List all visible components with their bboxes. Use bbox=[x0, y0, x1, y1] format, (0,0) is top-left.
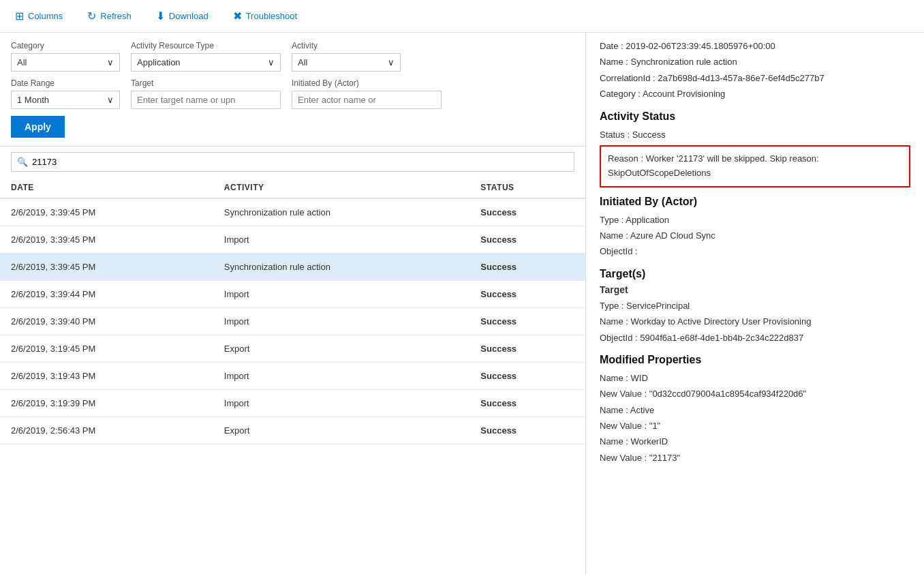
initiated-by-group: Initiated By (Actor) bbox=[292, 78, 442, 109]
activity-table: DATE ACTIVITY STATUS 2/6/2019, 3:39:45 P… bbox=[0, 177, 585, 444]
cell-status: Success bbox=[469, 254, 585, 281]
date-range-value: 1 Month bbox=[17, 95, 49, 105]
activity-select[interactable]: All ∨ bbox=[292, 53, 401, 72]
target-type-value: ServicePrincipal bbox=[626, 301, 690, 311]
table-row[interactable]: 2/6/2019, 3:19:45 PMExportSuccess bbox=[0, 335, 585, 363]
table-row[interactable]: 2/6/2019, 3:39:40 PMImportSuccess bbox=[0, 308, 585, 335]
initiated-by-input[interactable] bbox=[292, 91, 442, 109]
apply-button[interactable]: Apply bbox=[11, 116, 65, 138]
download-label: Download bbox=[169, 11, 209, 21]
troubleshoot-label: Troubleshoot bbox=[246, 11, 297, 21]
detail-correlation-value: 2a7b698d-4d13-457a-86e7-6ef4d5c277b7 bbox=[658, 73, 824, 83]
table-row[interactable]: 2/6/2019, 2:56:43 PMExportSuccess bbox=[0, 417, 585, 444]
columns-button[interactable]: ⊞ Columns bbox=[11, 7, 67, 25]
target-label: Target bbox=[131, 78, 281, 88]
target-type-label: Type : bbox=[600, 301, 623, 311]
reason-label: Reason : bbox=[608, 153, 643, 164]
activity-status-meta: Status : Success bbox=[600, 127, 910, 142]
main-layout: Category All ∨ Activity Resource Type Ap… bbox=[0, 33, 924, 574]
prop3-name-label: Name : bbox=[600, 436, 628, 447]
prop1-newval-label: New Value : bbox=[600, 389, 647, 399]
table-row[interactable]: 2/6/2019, 3:19:43 PMImportSuccess bbox=[0, 363, 585, 390]
prop3-name-value: WorkerID bbox=[631, 436, 668, 447]
filter-row-2: Date Range 1 Month ∨ Target Initiated By… bbox=[11, 78, 574, 109]
table-row[interactable]: 2/6/2019, 3:39:45 PMSynchronization rule… bbox=[0, 254, 585, 281]
activity-label: Activity bbox=[292, 41, 401, 50]
target-name-value: Workday to Active Directory User Provisi… bbox=[631, 316, 812, 327]
prop1-newval-value: "0d32ccd079004a1c8954caf934f220d6" bbox=[649, 389, 806, 399]
initiated-by-heading: Initiated By (Actor) bbox=[600, 196, 910, 208]
target-input[interactable] bbox=[131, 91, 281, 109]
target-meta: Type : ServicePrincipal Name : Workday t… bbox=[600, 298, 910, 346]
prop2-name-value: Active bbox=[630, 405, 654, 415]
cell-activity: Import bbox=[213, 363, 469, 390]
detail-category-label: Category : bbox=[600, 89, 641, 99]
cell-date: 2/6/2019, 3:39:45 PM bbox=[0, 254, 213, 281]
cell-status: Success bbox=[469, 390, 585, 417]
right-panel: Date : 2019-02-06T23:39:45.1805976+00:00… bbox=[586, 33, 924, 574]
search-input[interactable] bbox=[32, 157, 568, 167]
refresh-button[interactable]: ↻ Refresh bbox=[83, 7, 136, 25]
search-icon: 🔍 bbox=[17, 157, 28, 167]
activity-resource-type-group: Activity Resource Type Application ∨ bbox=[131, 41, 281, 72]
cell-activity: Synchronization rule action bbox=[213, 254, 469, 281]
troubleshoot-button[interactable]: ✖ Troubleshoot bbox=[229, 7, 301, 25]
date-range-select[interactable]: 1 Month ∨ bbox=[11, 91, 120, 109]
cell-activity: Import bbox=[213, 308, 469, 335]
activity-chevron-icon: ∨ bbox=[388, 57, 395, 67]
targets-heading: Target(s) bbox=[600, 268, 910, 280]
cell-status: Success bbox=[469, 417, 585, 444]
target-group: Target bbox=[131, 78, 281, 109]
target-objectid-label: ObjectId : bbox=[600, 333, 638, 343]
cell-status: Success bbox=[469, 363, 585, 390]
table-row[interactable]: 2/6/2019, 3:19:39 PMImportSuccess bbox=[0, 390, 585, 417]
activity-status-heading: Activity Status bbox=[600, 110, 910, 123]
columns-label: Columns bbox=[28, 11, 63, 21]
table-row[interactable]: 2/6/2019, 3:39:44 PMImportSuccess bbox=[0, 281, 585, 308]
filters-area: Category All ∨ Activity Resource Type Ap… bbox=[0, 33, 585, 147]
cell-status: Success bbox=[469, 198, 585, 226]
activity-resource-type-label: Activity Resource Type bbox=[131, 41, 281, 50]
date-range-label: Date Range bbox=[11, 78, 120, 88]
category-label: Category bbox=[11, 41, 120, 50]
table-row[interactable]: 2/6/2019, 3:39:45 PMImportSuccess bbox=[0, 226, 585, 254]
activity-value: All bbox=[298, 57, 307, 67]
actor-objectid-label: ObjectId : bbox=[600, 246, 638, 256]
detail-correlation-label: CorrelationId : bbox=[600, 73, 656, 83]
cell-date: 2/6/2019, 3:39:44 PM bbox=[0, 281, 213, 308]
col-activity: ACTIVITY bbox=[213, 177, 469, 198]
table-row[interactable]: 2/6/2019, 3:39:45 PMSynchronization rule… bbox=[0, 198, 585, 226]
cell-date: 2/6/2019, 3:19:39 PM bbox=[0, 390, 213, 417]
activity-resource-type-chevron-icon: ∨ bbox=[268, 57, 275, 67]
category-select[interactable]: All ∨ bbox=[11, 53, 120, 72]
category-value: All bbox=[17, 57, 27, 67]
prop2-newval-label: New Value : bbox=[600, 421, 647, 431]
filter-row-1: Category All ∨ Activity Resource Type Ap… bbox=[11, 41, 574, 72]
detail-meta: Date : 2019-02-06T23:39:45.1805976+00:00… bbox=[600, 38, 910, 102]
actor-type-label: Type : bbox=[600, 215, 623, 225]
target-name-label: Name : bbox=[600, 316, 628, 327]
troubleshoot-icon: ✖ bbox=[233, 10, 242, 22]
table-body: 2/6/2019, 3:39:45 PMSynchronization rule… bbox=[0, 198, 585, 444]
prop1-name-label: Name : bbox=[600, 373, 628, 383]
prop3-newval-label: New Value : bbox=[600, 453, 647, 463]
cell-status: Success bbox=[469, 281, 585, 308]
cell-status: Success bbox=[469, 226, 585, 254]
reason-box: Reason : Worker '21173' will be skipped.… bbox=[600, 145, 910, 187]
cell-date: 2/6/2019, 3:19:43 PM bbox=[0, 363, 213, 390]
cell-status: Success bbox=[469, 335, 585, 363]
table-area: DATE ACTIVITY STATUS 2/6/2019, 3:39:45 P… bbox=[0, 177, 585, 574]
cell-status: Success bbox=[469, 308, 585, 335]
activity-resource-type-value: Application bbox=[137, 57, 181, 67]
actor-type-value: Application bbox=[626, 215, 669, 225]
table-header-row: DATE ACTIVITY STATUS bbox=[0, 177, 585, 198]
prop2-name-label: Name : bbox=[600, 405, 628, 415]
detail-date-value: 2019-02-06T23:39:45.1805976+00:00 bbox=[626, 41, 775, 51]
cell-date: 2/6/2019, 3:39:45 PM bbox=[0, 198, 213, 226]
actor-name-label: Name : bbox=[600, 230, 628, 241]
col-date: DATE bbox=[0, 177, 213, 198]
detail-date-label: Date : bbox=[600, 41, 623, 51]
prop2-newval-value: "1" bbox=[649, 421, 660, 431]
download-button[interactable]: ⬇ Download bbox=[152, 7, 213, 25]
activity-resource-type-select[interactable]: Application ∨ bbox=[131, 53, 281, 72]
